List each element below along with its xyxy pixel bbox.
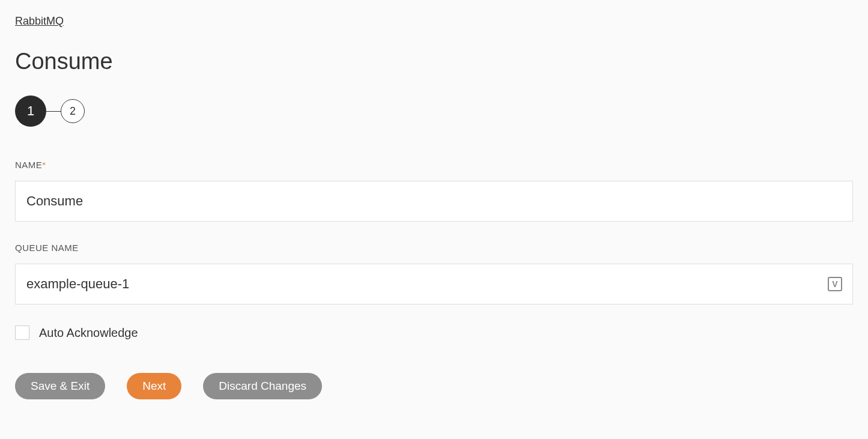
auto-ack-checkbox[interactable] — [15, 325, 29, 340]
required-mark: * — [42, 160, 46, 170]
auto-ack-label[interactable]: Auto Acknowledge — [39, 326, 138, 340]
page-title: Consume — [15, 49, 853, 74]
step-2[interactable]: 2 — [61, 99, 85, 123]
breadcrumb-link[interactable]: RabbitMQ — [15, 15, 64, 27]
name-label-text: NAME — [15, 160, 42, 170]
queue-name-input[interactable] — [15, 264, 853, 304]
step-1[interactable]: 1 — [15, 95, 46, 127]
stepper: 1 2 — [15, 95, 853, 127]
queue-name-input-wrapper: V — [15, 264, 853, 304]
name-input[interactable] — [15, 181, 853, 222]
name-label: NAME* — [15, 160, 853, 170]
auto-ack-row: Auto Acknowledge — [15, 325, 853, 340]
form-group-name: NAME* — [15, 160, 853, 222]
form-group-queue-name: QUEUE NAME V — [15, 243, 853, 304]
button-row: Save & Exit Next Discard Changes — [15, 373, 853, 399]
queue-name-label: QUEUE NAME — [15, 243, 853, 253]
save-exit-button[interactable]: Save & Exit — [15, 373, 105, 399]
next-button[interactable]: Next — [127, 373, 181, 399]
variable-icon[interactable]: V — [828, 277, 842, 291]
discard-changes-button[interactable]: Discard Changes — [203, 373, 322, 399]
step-connector — [46, 111, 61, 112]
